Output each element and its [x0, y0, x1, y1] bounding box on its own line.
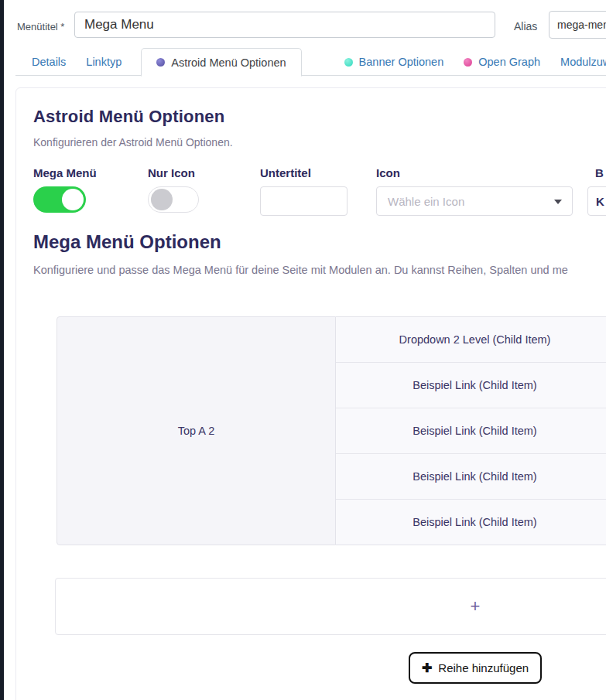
tab-linktyp-label: Linktyp [86, 56, 122, 68]
grid-child-row[interactable]: Dropdown 2 Level (Child Item) [336, 317, 606, 363]
toggle-knob [151, 189, 173, 210]
mega-menu-label: Mega Menü [33, 166, 97, 179]
tab-astroid-menu-optionen[interactable]: Astroid Menü Optionen [141, 48, 301, 77]
badge-select[interactable]: K [587, 186, 606, 216]
untertitel-input[interactable] [260, 186, 348, 216]
tab-bar: Details Linktyp Astroid Menü Optionen Ba… [22, 48, 606, 76]
toggle-knob [62, 189, 84, 210]
alias-label: Alias [514, 20, 537, 32]
tab-linktyp[interactable]: Linktyp [76, 48, 132, 76]
plus-icon: + [471, 596, 481, 616]
grid-child-row[interactable]: Beispiel Link (Child Item) [336, 454, 606, 500]
untertitel-label: Untertitel [260, 166, 348, 179]
field-untertitel: Untertitel [260, 166, 348, 216]
plus-icon: ✚ [422, 661, 432, 675]
mega-menu-grid: Top A 2 Dropdown 2 Level (Child Item) Be… [56, 316, 606, 545]
grid-child-row[interactable]: Beispiel Link (Child Item) [336, 408, 606, 454]
tab-open-graph[interactable]: Open Graph [454, 48, 550, 76]
icon-select-placeholder: Wähle ein Icon [388, 195, 464, 208]
add-row-button-container: ✚ Reihe hinzufügen [55, 652, 606, 684]
icon-select[interactable]: Wähle ein Icon [376, 186, 573, 216]
tab-details-label: Details [32, 56, 66, 68]
add-row-button[interactable]: ✚ Reihe hinzufügen [409, 652, 542, 684]
astroid-dot-icon [156, 58, 165, 67]
field-badge-partial: B K [587, 166, 606, 216]
field-icon: Icon Wähle ein Icon [376, 166, 573, 216]
section-description-mega-menu: Konfiguriere und passe das Mega Menü für… [33, 264, 568, 276]
tab-details[interactable]: Details [22, 48, 76, 76]
icon-label: Icon [376, 166, 573, 179]
tab-modulzuweisung-label: Modulzuweisung [560, 56, 606, 68]
section-title-mega-menu: Mega Menü Optionen [33, 231, 221, 253]
menu-title-label: Menütitel * [17, 21, 64, 32]
add-row-button-label: Reihe hinzufügen [438, 661, 529, 674]
open-graph-dot-icon [464, 58, 472, 67]
section-description-astroid: Konfigurieren der Astroid Menü Optionen. [33, 136, 233, 149]
nur-icon-label: Nur Icon [148, 166, 199, 179]
menu-title-input[interactable] [74, 12, 495, 38]
banner-dot-icon [344, 58, 353, 67]
field-nur-icon: Nur Icon [148, 166, 199, 213]
tab-astroid-label: Astroid Menü Optionen [171, 56, 286, 69]
grid-child-row[interactable]: Beispiel Link (Child Item) [336, 363, 606, 408]
alias-input[interactable] [549, 11, 606, 39]
chevron-down-icon [554, 200, 562, 204]
grid-children-column: Dropdown 2 Level (Child Item) Beispiel L… [336, 316, 606, 545]
tab-banner-label: Banner Optionen [359, 56, 444, 68]
badge-label: B [587, 166, 606, 179]
field-mega-menu: Mega Menü [33, 166, 97, 213]
mega-menu-toggle[interactable] [33, 186, 86, 213]
collapsed-sidebar-edge [0, 0, 4, 700]
astroid-options-panel: Astroid Menü Optionen Konfigurieren der … [15, 87, 606, 700]
nur-icon-toggle[interactable] [148, 186, 199, 213]
grid-parent-cell[interactable]: Top A 2 [56, 316, 336, 545]
grid-child-row[interactable]: Beispiel Link (Child Item) [336, 500, 606, 545]
tab-banner-optionen[interactable]: Banner Optionen [334, 48, 454, 76]
section-title-astroid: Astroid Menü Optionen [33, 107, 224, 127]
add-column-dropzone[interactable]: + [55, 578, 606, 635]
tab-modulzuweisung[interactable]: Modulzuweisung [550, 48, 606, 76]
badge-select-value: K [596, 195, 604, 208]
tab-open-graph-label: Open Graph [478, 56, 540, 68]
